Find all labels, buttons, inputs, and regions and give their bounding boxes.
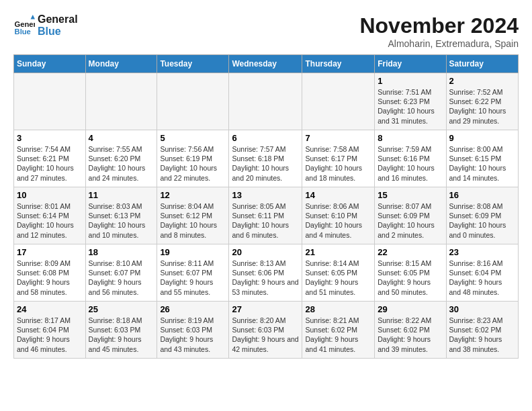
day-number: 12 bbox=[160, 190, 226, 200]
day-number: 28 bbox=[305, 304, 371, 314]
day-number: 27 bbox=[232, 304, 299, 314]
calendar-cell: 7Sunrise: 7:58 AM Sunset: 6:17 PM Daylig… bbox=[302, 130, 375, 187]
svg-text:General: General bbox=[15, 20, 35, 28]
calendar-cell: 23Sunrise: 8:16 AM Sunset: 6:04 PM Dayli… bbox=[446, 244, 518, 302]
calendar-cell: 21Sunrise: 8:14 AM Sunset: 6:05 PM Dayli… bbox=[302, 244, 375, 302]
week-row-3: 10Sunrise: 8:01 AM Sunset: 6:14 PM Dayli… bbox=[14, 187, 519, 244]
day-info: Sunrise: 8:16 AM Sunset: 6:04 PM Dayligh… bbox=[449, 259, 515, 297]
title-area: November 2024 Almoharin, Extremadura, Sp… bbox=[359, 13, 519, 49]
calendar-cell: 14Sunrise: 8:06 AM Sunset: 6:10 PM Dayli… bbox=[302, 187, 375, 244]
calendar-cell: 10Sunrise: 8:01 AM Sunset: 6:14 PM Dayli… bbox=[14, 187, 86, 244]
day-number: 10 bbox=[17, 190, 83, 200]
calendar-cell: 19Sunrise: 8:11 AM Sunset: 6:07 PM Dayli… bbox=[157, 244, 229, 302]
calendar-cell: 18Sunrise: 8:10 AM Sunset: 6:07 PM Dayli… bbox=[85, 244, 157, 302]
day-number: 17 bbox=[17, 247, 83, 257]
day-info: Sunrise: 8:19 AM Sunset: 6:03 PM Dayligh… bbox=[160, 316, 226, 354]
calendar-cell: 30Sunrise: 8:23 AM Sunset: 6:02 PM Dayli… bbox=[446, 302, 518, 359]
day-info: Sunrise: 8:13 AM Sunset: 6:06 PM Dayligh… bbox=[232, 259, 299, 297]
day-info: Sunrise: 8:06 AM Sunset: 6:10 PM Dayligh… bbox=[305, 201, 371, 240]
day-number: 16 bbox=[449, 190, 515, 200]
logo-icon: General Blue bbox=[13, 15, 35, 36]
day-info: Sunrise: 7:51 AM Sunset: 6:23 PM Dayligh… bbox=[378, 87, 443, 126]
day-number: 4 bbox=[89, 133, 154, 143]
calendar-cell bbox=[85, 73, 157, 130]
day-info: Sunrise: 7:56 AM Sunset: 6:19 PM Dayligh… bbox=[160, 144, 226, 183]
calendar-cell: 11Sunrise: 8:03 AM Sunset: 6:13 PM Dayli… bbox=[85, 187, 157, 244]
calendar-cell: 4Sunrise: 7:55 AM Sunset: 6:20 PM Daylig… bbox=[85, 130, 157, 187]
weekday-header-sunday: Sunday bbox=[14, 55, 86, 73]
week-row-4: 17Sunrise: 8:09 AM Sunset: 6:08 PM Dayli… bbox=[14, 244, 519, 302]
day-number: 29 bbox=[378, 304, 443, 314]
logo-line1: General bbox=[38, 13, 78, 26]
calendar-cell bbox=[157, 73, 229, 130]
day-number: 6 bbox=[232, 133, 299, 143]
weekday-header-friday: Friday bbox=[375, 55, 446, 73]
day-number: 26 bbox=[160, 304, 226, 314]
svg-text:Blue: Blue bbox=[15, 28, 31, 36]
calendar-cell: 29Sunrise: 8:22 AM Sunset: 6:02 PM Dayli… bbox=[375, 302, 446, 359]
calendar-cell: 15Sunrise: 8:07 AM Sunset: 6:09 PM Dayli… bbox=[375, 187, 446, 244]
calendar-cell bbox=[302, 73, 375, 130]
day-number: 25 bbox=[89, 304, 154, 314]
calendar-cell: 27Sunrise: 8:20 AM Sunset: 6:03 PM Dayli… bbox=[229, 302, 302, 359]
day-info: Sunrise: 8:11 AM Sunset: 6:07 PM Dayligh… bbox=[160, 259, 226, 297]
day-info: Sunrise: 8:22 AM Sunset: 6:02 PM Dayligh… bbox=[378, 316, 443, 354]
calendar-cell: 26Sunrise: 8:19 AM Sunset: 6:03 PM Dayli… bbox=[157, 302, 229, 359]
day-info: Sunrise: 7:58 AM Sunset: 6:17 PM Dayligh… bbox=[305, 144, 371, 183]
day-number: 20 bbox=[232, 247, 299, 257]
day-number: 18 bbox=[89, 247, 154, 257]
week-row-1: 1Sunrise: 7:51 AM Sunset: 6:23 PM Daylig… bbox=[14, 73, 519, 130]
calendar-cell: 13Sunrise: 8:05 AM Sunset: 6:11 PM Dayli… bbox=[229, 187, 302, 244]
day-info: Sunrise: 7:57 AM Sunset: 6:18 PM Dayligh… bbox=[232, 144, 299, 183]
month-title: November 2024 bbox=[359, 13, 519, 38]
day-info: Sunrise: 7:54 AM Sunset: 6:21 PM Dayligh… bbox=[17, 144, 83, 183]
day-info: Sunrise: 7:52 AM Sunset: 6:22 PM Dayligh… bbox=[449, 87, 515, 126]
day-number: 1 bbox=[378, 76, 443, 86]
day-number: 7 bbox=[305, 133, 371, 143]
day-number: 13 bbox=[232, 190, 299, 200]
day-info: Sunrise: 8:09 AM Sunset: 6:08 PM Dayligh… bbox=[17, 259, 83, 297]
logo: General Blue General Blue bbox=[13, 13, 78, 38]
day-info: Sunrise: 8:21 AM Sunset: 6:02 PM Dayligh… bbox=[305, 316, 371, 354]
calendar-cell bbox=[14, 73, 86, 130]
calendar-cell: 20Sunrise: 8:13 AM Sunset: 6:06 PM Dayli… bbox=[229, 244, 302, 302]
day-number: 23 bbox=[449, 247, 515, 257]
calendar-cell: 24Sunrise: 8:17 AM Sunset: 6:04 PM Dayli… bbox=[14, 302, 86, 359]
day-info: Sunrise: 8:15 AM Sunset: 6:05 PM Dayligh… bbox=[378, 259, 443, 297]
day-info: Sunrise: 8:10 AM Sunset: 6:07 PM Dayligh… bbox=[89, 259, 154, 297]
week-row-5: 24Sunrise: 8:17 AM Sunset: 6:04 PM Dayli… bbox=[14, 302, 519, 359]
svg-marker-2 bbox=[31, 15, 35, 19]
day-number: 2 bbox=[449, 76, 515, 86]
weekday-header-row: SundayMondayTuesdayWednesdayThursdayFrid… bbox=[14, 55, 519, 73]
calendar-cell: 2Sunrise: 7:52 AM Sunset: 6:22 PM Daylig… bbox=[446, 73, 518, 130]
calendar-cell: 6Sunrise: 7:57 AM Sunset: 6:18 PM Daylig… bbox=[229, 130, 302, 187]
calendar-cell: 17Sunrise: 8:09 AM Sunset: 6:08 PM Dayli… bbox=[14, 244, 86, 302]
day-info: Sunrise: 8:04 AM Sunset: 6:12 PM Dayligh… bbox=[160, 201, 226, 240]
week-row-2: 3Sunrise: 7:54 AM Sunset: 6:21 PM Daylig… bbox=[14, 130, 519, 187]
calendar-cell: 9Sunrise: 8:00 AM Sunset: 6:15 PM Daylig… bbox=[446, 130, 518, 187]
day-number: 3 bbox=[17, 133, 83, 143]
weekday-header-saturday: Saturday bbox=[446, 55, 518, 73]
day-number: 22 bbox=[378, 247, 443, 257]
calendar-cell: 1Sunrise: 7:51 AM Sunset: 6:23 PM Daylig… bbox=[375, 73, 446, 130]
day-info: Sunrise: 8:08 AM Sunset: 6:09 PM Dayligh… bbox=[449, 201, 515, 240]
day-number: 14 bbox=[305, 190, 371, 200]
calendar-cell: 3Sunrise: 7:54 AM Sunset: 6:21 PM Daylig… bbox=[14, 130, 86, 187]
day-info: Sunrise: 8:17 AM Sunset: 6:04 PM Dayligh… bbox=[17, 316, 83, 354]
calendar-cell: 12Sunrise: 8:04 AM Sunset: 6:12 PM Dayli… bbox=[157, 187, 229, 244]
day-number: 8 bbox=[378, 133, 443, 143]
weekday-header-thursday: Thursday bbox=[302, 55, 375, 73]
day-number: 19 bbox=[160, 247, 226, 257]
location-subtitle: Almoharin, Extremadura, Spain bbox=[359, 38, 519, 49]
header: General Blue General Blue November 2024 … bbox=[13, 13, 519, 49]
day-number: 11 bbox=[89, 190, 154, 200]
day-number: 24 bbox=[17, 304, 83, 314]
day-info: Sunrise: 8:14 AM Sunset: 6:05 PM Dayligh… bbox=[305, 259, 371, 297]
day-info: Sunrise: 8:01 AM Sunset: 6:14 PM Dayligh… bbox=[17, 201, 83, 240]
weekday-header-monday: Monday bbox=[85, 55, 157, 73]
day-info: Sunrise: 7:55 AM Sunset: 6:20 PM Dayligh… bbox=[89, 144, 154, 183]
calendar-cell: 8Sunrise: 7:59 AM Sunset: 6:16 PM Daylig… bbox=[375, 130, 446, 187]
day-info: Sunrise: 8:00 AM Sunset: 6:15 PM Dayligh… bbox=[449, 144, 515, 183]
day-info: Sunrise: 8:03 AM Sunset: 6:13 PM Dayligh… bbox=[89, 201, 154, 240]
day-info: Sunrise: 8:05 AM Sunset: 6:11 PM Dayligh… bbox=[232, 201, 299, 240]
